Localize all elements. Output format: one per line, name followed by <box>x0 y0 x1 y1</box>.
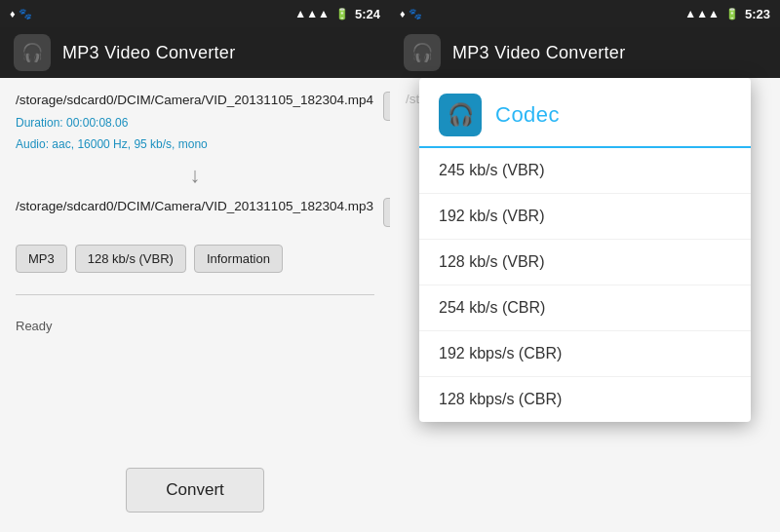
codec-option-3[interactable]: 254 kb/s (CBR) <box>419 285 751 331</box>
bottom-area-left: Convert <box>0 468 390 532</box>
codec-list: 245 kb/s (VBR) 192 kb/s (VBR) 128 kb/s (… <box>419 148 751 422</box>
arrow-down-icon: ↓ <box>16 163 374 188</box>
right-panel: ♦ 🐾 ▲▲▲ 🔋 5:23 🎧 MP3 Video Converter /st… <box>390 0 780 532</box>
ready-text: Ready <box>16 319 374 333</box>
time-left: 5:24 <box>355 7 380 21</box>
source-file-duration: Duration: 00:00:08.06 <box>16 114 373 132</box>
source-file-path: /storage/sdcard0/DCIM/Camera/VID_2013110… <box>16 92 373 110</box>
convert-button[interactable]: Convert <box>126 468 264 513</box>
codec-option-0[interactable]: 245 kb/s (VBR) <box>419 148 751 194</box>
dialog-header: 🎧 Codec <box>419 78 751 148</box>
info-button[interactable]: Information <box>194 245 283 273</box>
source-file-row: /storage/sdcard0/DCIM/Camera/VID_2013110… <box>16 92 374 153</box>
codec-option-1[interactable]: 192 kb/s (VBR) <box>419 194 751 240</box>
wifi-icon: ▲▲▲ <box>294 7 330 20</box>
codec-option-2[interactable]: 128 kb/s (VBR) <box>419 240 751 285</box>
codec-option-5[interactable]: 128 kbps/s (CBR) <box>419 377 751 422</box>
dialog-title: Codec <box>495 102 560 128</box>
codec-option-4[interactable]: 192 kbps/s (CBR) <box>419 331 751 377</box>
dialog-icon: 🎧 <box>439 94 482 136</box>
content-left: /storage/sdcard0/DCIM/Camera/VID_2013110… <box>0 78 390 468</box>
dest-file-path: /storage/sdcard0/DCIM/Camera/VID_2013110… <box>16 198 373 216</box>
dest-file-row: /storage/sdcard0/DCIM/Camera/VID_2013110… <box>16 198 374 227</box>
app-icon-left: 🎧 <box>14 34 51 71</box>
left-panel: ♦ 🐾 ▲▲▲ 🔋 5:24 🎧 MP3 Video Converter /st… <box>0 0 390 532</box>
status-icons-left: ♦ 🐾 <box>10 8 32 20</box>
dialog-overlay: 🎧 Codec 245 kb/s (VBR) 192 kb/s (VBR) 12… <box>390 0 780 532</box>
codec-dialog: 🎧 Codec 245 kb/s (VBR) 192 kb/s (VBR) 12… <box>419 78 751 422</box>
bitrate-button[interactable]: 128 kb/s (VBR) <box>75 245 186 273</box>
status-bar-left: ♦ 🐾 ▲▲▲ 🔋 5:24 <box>0 0 390 27</box>
battery-icon: 🔋 <box>335 8 349 20</box>
divider-left <box>16 294 374 295</box>
source-file-audio: Audio: aac, 16000 Hz, 95 kb/s, mono <box>16 135 373 153</box>
format-button[interactable]: MP3 <box>16 245 67 273</box>
source-file-info: /storage/sdcard0/DCIM/Camera/VID_2013110… <box>16 92 373 153</box>
toolbar-row: MP3 128 kb/s (VBR) Information <box>16 245 374 273</box>
app-bar-left: 🎧 MP3 Video Converter <box>0 27 390 78</box>
app-title-left: MP3 Video Converter <box>62 43 235 63</box>
dest-file-info: /storage/sdcard0/DCIM/Camera/VID_2013110… <box>16 198 373 216</box>
